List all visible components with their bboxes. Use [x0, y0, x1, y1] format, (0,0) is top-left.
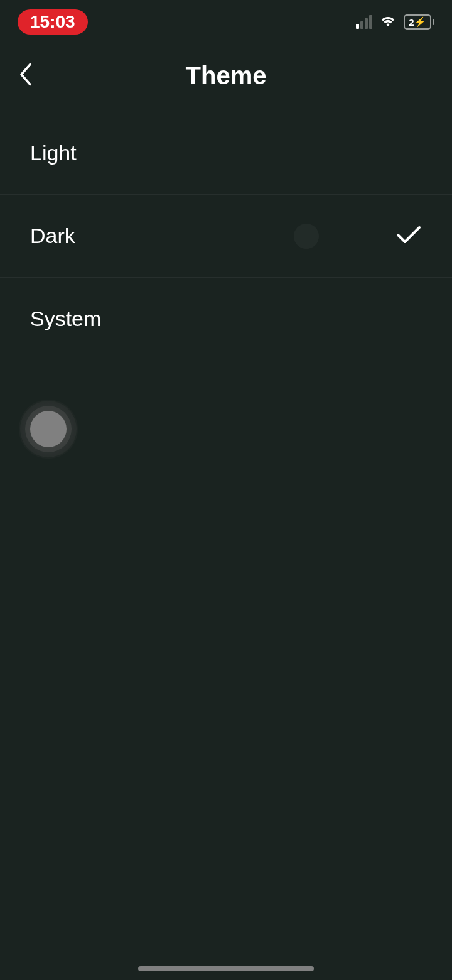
home-indicator[interactable] [138, 966, 314, 971]
charging-bolt-icon: ⚡ [414, 16, 426, 28]
status-bar: 15:03 2⚡ [0, 0, 452, 44]
status-icons: 2⚡ [356, 13, 434, 31]
assistive-touch-icon [30, 411, 67, 447]
battery-icon: 2⚡ [404, 14, 434, 30]
theme-option-dark[interactable]: Dark [0, 195, 452, 278]
back-button[interactable] [18, 62, 33, 89]
wifi-icon [379, 13, 397, 31]
theme-option-light[interactable]: Light [0, 112, 452, 195]
theme-option-label: Dark [30, 224, 75, 248]
battery-text: 2 [409, 17, 414, 28]
theme-option-system[interactable]: System [0, 278, 452, 360]
header: Theme [0, 44, 452, 107]
chevron-left-icon [18, 80, 33, 89]
touch-indicator [294, 224, 319, 249]
theme-option-label: System [30, 307, 101, 331]
page-title: Theme [186, 62, 267, 90]
theme-list: Light Dark System [0, 112, 452, 360]
status-time-pill: 15:03 [18, 9, 88, 35]
cellular-signal-icon [356, 15, 372, 29]
check-icon [396, 225, 422, 248]
theme-option-label: Light [30, 141, 77, 165]
status-time: 15:03 [30, 12, 75, 31]
assistive-touch-button[interactable] [19, 400, 78, 459]
